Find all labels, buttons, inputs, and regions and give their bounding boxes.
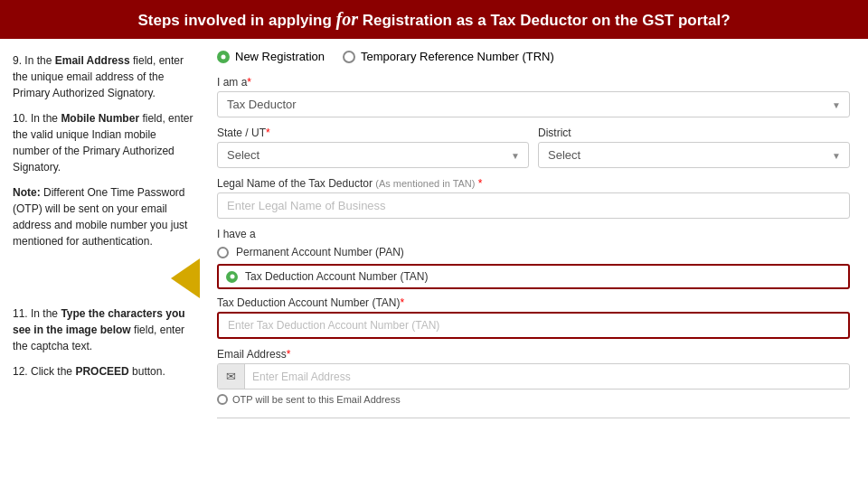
arrow-indicator (13, 258, 195, 298)
state-select-wrapper: Select (217, 142, 529, 168)
tan-input[interactable] (217, 312, 850, 339)
district-select[interactable]: Select (538, 142, 850, 168)
email-icon: ✉ (218, 364, 245, 389)
i-am-a-group: I am a* Tax Deductor (217, 76, 850, 117)
state-district-row: State / UT* Select District Select (217, 127, 850, 177)
trn-label: Temporary Reference Number (TRN) (361, 50, 554, 63)
new-registration-option[interactable]: New Registration (217, 50, 325, 63)
new-registration-radio[interactable] (217, 51, 230, 63)
registration-type-row: New Registration Temporary Reference Num… (217, 50, 850, 63)
district-group: District Select (538, 127, 850, 168)
state-group: State / UT* Select (217, 127, 529, 168)
pan-label: Permanent Account Number (PAN) (236, 246, 404, 258)
email-input-row: ✉ (217, 363, 850, 389)
state-label: State / UT* (217, 127, 529, 139)
tan-option-highlighted[interactable]: Tax Deduction Account Number (TAN) (217, 264, 850, 289)
tan-field-group: Tax Deduction Account Number (TAN)* (217, 296, 850, 339)
tan-label: Tax Deduction Account Number (TAN) (245, 270, 429, 283)
otp-circle-icon (217, 394, 228, 405)
i-have-a-section: I have a Permanent Account Number (PAN) … (217, 228, 850, 289)
header: Steps involved in applying for Registrat… (0, 0, 868, 39)
tan-radio[interactable] (226, 271, 238, 283)
otp-note: OTP will be sent to this Email Address (217, 394, 850, 405)
legal-name-label: Legal Name of the Tax Deductor (As menti… (217, 177, 850, 190)
i-am-a-select[interactable]: Tax Deductor (217, 91, 850, 117)
header-for: for (336, 9, 358, 29)
trn-option[interactable]: Temporary Reference Number (TRN) (343, 50, 554, 63)
i-have-a-label: I have a (217, 228, 850, 240)
pan-radio[interactable] (217, 247, 229, 258)
legal-name-input[interactable] (217, 192, 850, 219)
right-panel: New Registration Temporary Reference Num… (208, 39, 868, 487)
arrow-icon (171, 258, 200, 298)
legal-name-group: Legal Name of the Tax Deductor (As menti… (217, 177, 850, 219)
header-title-post: Registration as a Tax Deductor on the GS… (358, 12, 731, 29)
i-am-a-label: I am a* (217, 76, 850, 89)
step11: 11. In the Type the characters you see i… (13, 305, 195, 354)
i-am-a-select-wrapper: Tax Deductor (217, 91, 850, 117)
pan-option-row[interactable]: Permanent Account Number (PAN) (217, 246, 850, 258)
divider (217, 418, 850, 418)
step9: 9. In the Email Address field, enter the… (13, 52, 195, 101)
step10: 10. In the Mobile Number field, enter th… (13, 110, 195, 175)
tan-field-label: Tax Deduction Account Number (TAN)* (217, 296, 850, 309)
new-registration-label: New Registration (235, 50, 325, 63)
district-label: District (538, 127, 850, 139)
email-input[interactable] (245, 365, 849, 389)
left-panel: 9. In the Email Address field, enter the… (0, 39, 208, 487)
trn-radio[interactable] (343, 51, 355, 63)
email-label: Email Address* (217, 348, 850, 361)
state-select[interactable]: Select (217, 142, 529, 168)
email-section: Email Address* ✉ OTP will be sent to thi… (217, 348, 850, 405)
step12: 12. Click the PROCEED button. (13, 363, 195, 380)
note: Note: Different One Time Password (OTP) … (13, 184, 195, 249)
district-select-wrapper: Select (538, 142, 850, 168)
header-title-pre: Steps involved in applying (137, 12, 335, 29)
